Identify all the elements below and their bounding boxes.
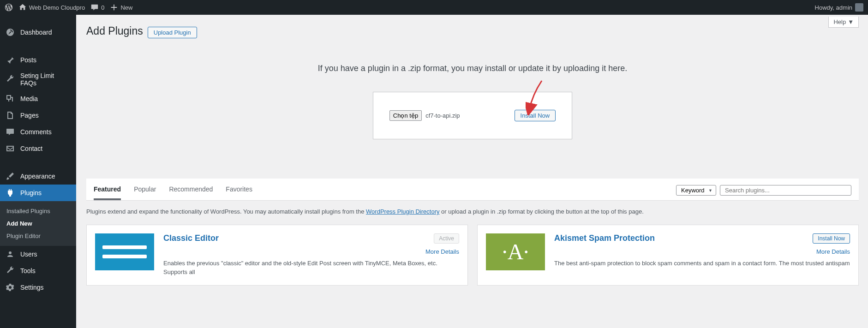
sidebar-item-label: Contact [20,145,42,152]
sidebar-item-label: Pages [20,112,39,119]
tab-popular[interactable]: Popular [134,185,156,200]
plugin-directory-link[interactable]: WordPress Plugin Directory [366,208,439,215]
comment-icon [6,127,15,137]
sidebar-item-comments[interactable]: Comments [0,124,76,140]
plus-icon [110,3,118,12]
help-tab[interactable]: Help ▼ [828,17,859,28]
more-details-link[interactable]: More Details [425,248,459,255]
sidebar-item-label: Dashboard [20,29,52,36]
users-icon [6,250,15,259]
avatar [855,3,863,12]
sidebar-item-label: Seting Limit FAQs [20,72,71,87]
file-name: cf7-to-api.zip [425,112,460,119]
search-input[interactable] [720,185,851,196]
sidebar-item-label: Posts [20,56,36,64]
upload-instruction: If you have a plugin in a .zip format, y… [86,64,859,73]
page-title: Add Plugins [86,25,143,37]
sidebar-item-users[interactable]: Users [0,246,76,262]
submenu-add-new[interactable]: Add New [0,217,76,230]
dashboard-icon [6,28,15,37]
sidebar-item-media[interactable]: Media [0,90,76,107]
plugin-card: ·A· Akismet Spam Protection Install Now … [477,225,859,286]
media-icon [6,94,15,103]
admin-topbar: Web Demo Cloudpro 0 New Howdy, admin [0,0,868,15]
brush-icon [6,172,15,181]
tab-featured[interactable]: Featured [94,185,121,200]
submenu-installed-plugins[interactable]: Installed Plugins [0,205,76,217]
sidebar-item-label: Media [20,95,38,102]
more-details-link[interactable]: More Details [816,248,850,255]
page-icon [6,111,15,120]
upload-box: Chọn tệp cf7-to-api.zip Install Now [373,92,572,139]
sidebar-item-contact[interactable]: Contact [0,140,76,157]
help-label: Help [833,18,846,25]
install-now-button[interactable]: Install Now [813,233,850,244]
sidebar-item-pages[interactable]: Pages [0,107,76,124]
howdy-text: Howdy, admin [815,4,852,11]
wordpress-icon [5,3,13,12]
new-label: New [120,4,132,11]
settings-icon [6,283,15,292]
comments-count: 0 [101,4,104,11]
submenu-plugin-editor[interactable]: Plugin Editor [0,230,76,242]
tools-icon [6,266,15,275]
wp-logo[interactable] [5,3,13,12]
plugin-title[interactable]: Akismet Spam Protection [554,233,655,243]
sidebar-item-faqs[interactable]: Seting Limit FAQs [0,68,76,90]
site-name: Web Demo Cloudpro [29,4,85,11]
chevron-down-icon: ▼ [848,18,854,25]
arrow-annotation [526,78,549,115]
plugin-icon-akismet: ·A· [486,233,545,270]
sidebar-item-label: Tools [20,267,36,274]
directory-description: Plugins extend and expand the functional… [86,207,859,216]
admin-sidebar: Dashboard Posts Seting Limit FAQs Media … [0,15,76,328]
plugin-title[interactable]: Classic Editor [163,233,219,243]
sidebar-item-label: Comments [20,128,52,136]
plugin-icon-classic-editor [95,233,154,270]
sidebar-item-tools[interactable]: Tools [0,262,76,279]
tab-favorites[interactable]: Favorites [226,185,252,200]
main-content: Help ▼ Add Plugins Upload Plugin If you … [76,15,868,328]
sidebar-item-label: Plugins [20,189,42,197]
home-icon [18,3,27,12]
sidebar-item-label: Appearance [20,173,55,180]
plugin-description: The best anti-spam protection to block s… [554,259,850,268]
choose-file-button[interactable]: Chọn tệp [389,110,422,121]
site-link[interactable]: Web Demo Cloudpro [18,3,85,12]
plugin-icon [6,188,15,197]
mail-icon [6,144,15,153]
sidebar-item-plugins[interactable]: Plugins [0,185,76,201]
plugin-description: Enables the previous "classic" editor an… [163,259,459,277]
sidebar-item-label: Users [20,250,37,258]
wrench-icon [6,75,15,84]
search-type-select[interactable]: Keyword [676,185,716,196]
account-menu[interactable]: Howdy, admin [815,3,863,12]
tab-recommended[interactable]: Recommended [169,185,213,200]
sidebar-item-dashboard[interactable]: Dashboard [0,24,76,41]
pin-icon [6,55,15,65]
sidebar-item-appearance[interactable]: Appearance [0,168,76,185]
plugin-card: Classic Editor Active More Details Enabl… [86,225,468,286]
filter-tabs: Featured Popular Recommended Favorites [94,185,252,200]
sidebar-item-label: Settings [20,284,44,291]
comments-link[interactable]: 0 [90,3,104,12]
sidebar-item-posts[interactable]: Posts [0,52,76,68]
plugin-status-active: Active [434,233,459,244]
sidebar-item-settings[interactable]: Settings [0,279,76,296]
upload-plugin-button[interactable]: Upload Plugin [148,27,197,38]
plugins-submenu: Installed Plugins Add New Plugin Editor [0,201,76,246]
comment-icon [90,3,99,12]
new-link[interactable]: New [110,3,132,12]
